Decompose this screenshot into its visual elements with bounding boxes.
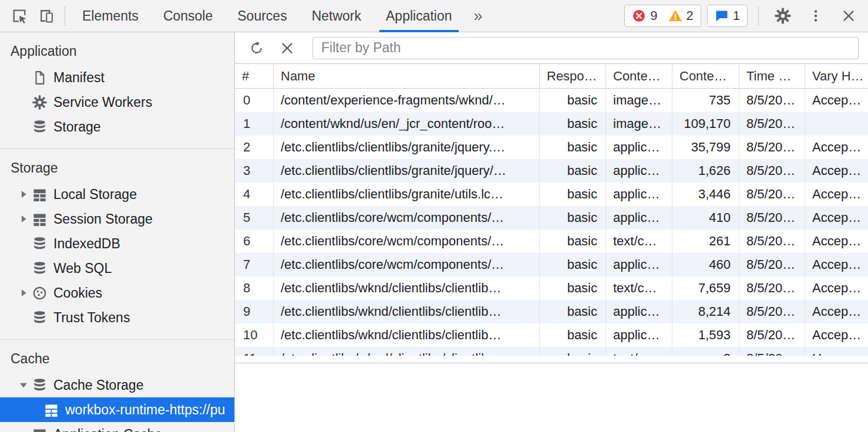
database-icon [32,310,48,326]
sidebar-item-label: Trust Tokens [53,310,130,326]
tab-application[interactable]: Application [374,0,465,32]
cell-vary-header: Accep… [805,159,868,183]
table-row[interactable]: 3 /etc.clientlibs/clientlibs/granite/jqu… [235,159,868,183]
sidebar-item-manifest[interactable]: Manifest [0,65,234,90]
sidebar-item-local-storage[interactable]: Local Storage [0,182,234,207]
refresh-button[interactable] [243,35,270,62]
more-tabs-button[interactable]: » [465,0,492,32]
error-badge: 9 [632,8,657,23]
sidebar-item-label: Cookies [53,285,102,301]
cell-index: 9 [235,300,274,323]
settings-button[interactable] [769,2,796,29]
cell-response-type: basic [540,89,606,112]
table-row[interactable]: 2 /etc.clientlibs/clientlibs/granite/jqu… [235,136,868,159]
table-row[interactable]: 0 /content/experience-fragments/wknd/… b… [235,89,868,112]
expander-slot [16,237,31,251]
column-header-name[interactable]: Name [274,64,540,88]
tab-elements[interactable]: Elements [70,0,151,32]
table-row[interactable]: 8 /etc.clientlibs/wknd/clientlibs/client… [235,276,868,300]
sidebar-item-storage[interactable]: Storage [0,114,234,139]
table-row[interactable]: 6 /etc.clientlibs/core/wcm/components/… … [235,230,868,253]
table-row[interactable]: 10 /etc.clientlibs/wknd/clientlibs/clien… [235,323,868,347]
table-icon [32,187,48,203]
expander-slot [16,70,31,85]
cell-index: 6 [235,230,274,253]
cell-index: 4 [235,183,274,206]
inspect-element-button[interactable] [6,2,33,29]
cell-content-type: applic… [606,300,672,323]
table-row[interactable]: 1 /content/wknd/us/en/_jcr_content/roo… … [235,112,868,136]
cell-content-type: text/c… [606,347,672,356]
column-header-response-type[interactable]: Respo… [540,64,606,88]
table-icon [43,402,59,418]
cell-index: 3 [235,159,274,183]
cell-content-length: 7,659 [672,276,739,300]
cell-content-type: applic… [606,136,672,159]
tab-network[interactable]: Network [300,0,374,32]
column-header-index[interactable]: # [235,64,274,88]
column-header-content-length[interactable]: Conte… [672,64,739,88]
message-count: 1 [733,8,740,23]
sidebar-item-label: Cache Storage [53,377,143,393]
gear-icon [32,95,48,110]
cell-content-length: 2 [672,347,739,356]
section-title: Application [0,32,234,65]
close-devtools-button[interactable] [835,2,862,29]
cache-view-toolbar [235,32,868,64]
cookie-icon [32,285,48,301]
cell-time-cached: 8/5/20… [739,112,805,136]
tab-sources[interactable]: Sources [225,0,299,32]
expander-slot [16,120,31,134]
cell-time-cached: 8/5/20… [739,89,805,112]
expander-slot [16,310,31,325]
sidebar-item-trust-tokens[interactable]: Trust Tokens [0,305,234,330]
table-row[interactable]: 9 /etc.clientlibs/wknd/clientlibs/client… [235,300,868,323]
gear-icon [774,7,792,25]
table-row[interactable]: 5 /etc.clientlibs/core/wcm/components/… … [235,206,868,230]
cell-vary-header: Accep… [805,300,868,323]
warning-badge: 2 [668,8,694,23]
tab-console[interactable]: Console [151,0,225,32]
sidebar-item-indexeddb[interactable]: IndexedDB [0,231,234,256]
sidebar-item-session-storage[interactable]: Session Storage [0,207,234,231]
table-row[interactable]: 7 /etc.clientlibs/core/wcm/components/… … [235,253,868,276]
warning-icon [668,9,682,23]
sidebar-item-cookies[interactable]: Cookies [0,281,234,305]
sidebar-item-label: workbox-runtime-https://pu [65,402,225,418]
cell-vary-header: Accep… [805,276,868,300]
sidebar-item-workbox-runtime-cache[interactable]: workbox-runtime-https://pu [0,397,234,422]
column-header-time-cached[interactable]: Time … [739,64,805,88]
cell-response-type: basic [540,323,606,347]
sidebar-item-label: Local Storage [53,187,137,203]
sidebar-item-web-sql[interactable]: Web SQL [0,256,234,281]
expander-slot [16,95,31,109]
device-toolbar-button[interactable] [33,2,60,29]
cell-name: /etc.clientlibs/wknd/clientlibs/clientli… [274,347,540,356]
cell-time-cached: 8/5/20… [739,206,805,230]
toolbar-right-controls: 9 2 1 [624,2,868,29]
expander[interactable] [16,286,31,300]
customize-menu-button[interactable] [802,2,829,29]
sidebar-item-service-workers[interactable]: Service Workers [0,90,234,114]
column-header-content-type[interactable]: Conte… [606,64,672,88]
expander[interactable] [16,212,31,226]
table-row[interactable]: 4 /etc.clientlibs/clientlibs/granite/uti… [235,183,868,206]
sidebar-item-label: Manifest [53,70,105,86]
expander[interactable] [16,187,31,201]
sidebar-item-application-cache[interactable]: Application Cache [0,422,234,432]
devtools-main-toolbar: Elements Console Sources Network Applica… [0,0,868,32]
cell-time-cached: 8/5/20… [739,136,805,159]
cell-time-cached: 8/5/20… [739,253,805,276]
filter-by-path-input[interactable] [312,37,859,59]
cache-entries-table: # Name Respo… Conte… Conte… Time … Vary … [235,64,868,356]
table-row-partially-visible[interactable]: 11 /etc.clientlibs/wknd/clientlibs/clien… [235,347,868,356]
issues-counter[interactable]: 9 2 [624,5,701,27]
sidebar-item-cache-storage[interactable]: Cache Storage [0,373,234,397]
delete-selected-button[interactable] [274,35,301,62]
cell-response-type: basic [540,347,606,356]
expander[interactable] [16,378,31,392]
column-header-vary-header[interactable]: Vary H… [805,64,868,88]
cell-vary-header: Accep… [805,230,868,253]
cell-content-length: 109,170 [672,112,739,136]
console-message-counter[interactable]: 1 [707,5,748,27]
